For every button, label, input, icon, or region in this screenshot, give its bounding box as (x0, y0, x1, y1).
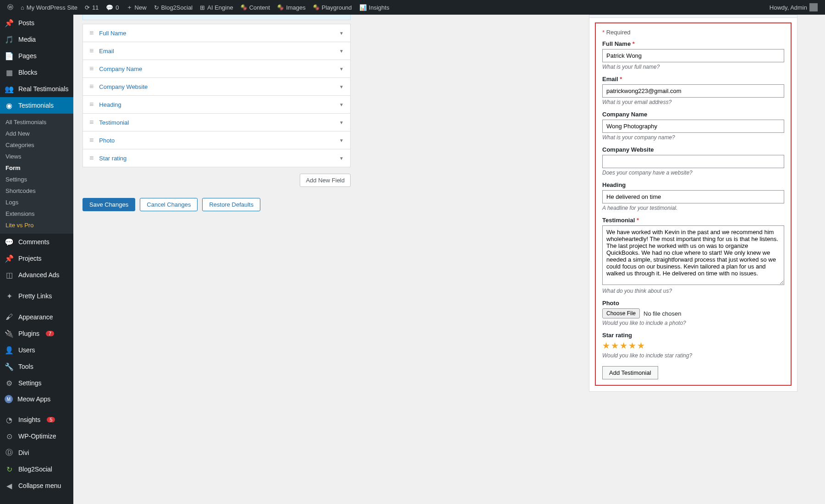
company-website-input[interactable] (602, 155, 784, 168)
menu-appearance[interactable]: 🖌Appearance (0, 309, 73, 325)
dashboard-icon: ◉ (5, 101, 14, 110)
heading-input[interactable] (602, 190, 784, 203)
drag-handle-icon[interactable]: ≡ (89, 118, 94, 126)
content-toolbar[interactable]: Content (237, 0, 274, 15)
heading-label: Heading (602, 181, 784, 188)
menu-advanced-ads[interactable]: ◫Advanced Ads (0, 267, 73, 283)
star-rating-hint: Would you like to include star rating? (602, 352, 784, 359)
submenu-lite-vs-pro[interactable]: Lite vs Pro (0, 219, 73, 231)
drag-handle-icon[interactable]: ≡ (89, 47, 94, 55)
company-website-label: Company Website (602, 146, 784, 153)
menu-pretty-links[interactable]: ✦Pretty Links (0, 288, 73, 304)
save-changes-button[interactable]: Save Changes (82, 198, 135, 211)
choose-file-button[interactable]: Choose File (602, 308, 640, 318)
field-row[interactable]: ≡Email▼ (82, 42, 351, 60)
form-preview: * Required Full Name * What is your full… (595, 22, 792, 386)
field-row[interactable]: ≡Company Website▼ (82, 77, 351, 96)
cancel-changes-button[interactable]: Cancel Changes (140, 198, 198, 211)
chevron-down-icon[interactable]: ▼ (339, 49, 344, 54)
drag-handle-icon[interactable]: ≡ (89, 136, 94, 144)
chevron-down-icon[interactable]: ▼ (339, 120, 344, 125)
submenu-add-new[interactable]: Add New (0, 128, 73, 139)
chevron-down-icon[interactable]: ▼ (339, 156, 344, 161)
field-row[interactable]: ≡Testimonial▼ (82, 113, 351, 131)
ai-engine-toolbar[interactable]: ⊞AI Engine (196, 0, 236, 15)
menu-insights[interactable]: ◔Insights5 (0, 411, 73, 428)
menu-posts[interactable]: 📌Posts (0, 15, 73, 31)
company-name-hint: What is your company name? (602, 134, 784, 141)
drag-handle-icon[interactable]: ≡ (89, 100, 94, 109)
menu-projects[interactable]: 📌Projects (0, 250, 73, 267)
field-label: Company Website (99, 83, 148, 90)
insights-badge: 5 (47, 417, 55, 422)
star-rating-input[interactable]: ★★★★★ (602, 340, 784, 351)
field-label: Email (99, 48, 114, 55)
playground-toolbar[interactable]: Playground (309, 0, 356, 15)
add-new-field-button[interactable]: Add New Field (300, 174, 351, 187)
images-toolbar[interactable]: Images (274, 0, 309, 15)
menu-plugins[interactable]: 🔌Plugins7 (0, 325, 73, 342)
menu-testimonials[interactable]: ◉Testimonials (0, 97, 73, 114)
grid-icon: ⊞ (200, 4, 205, 11)
comments-link[interactable]: 💬0 (102, 0, 122, 15)
add-testimonial-button[interactable]: Add Testimonial (602, 366, 658, 379)
wp-logo[interactable]: ⓦ (4, 0, 17, 15)
drag-handle-icon[interactable]: ≡ (89, 82, 94, 91)
divi-icon: Ⓓ (5, 448, 14, 457)
menu-meow-apps[interactable]: MMeow Apps (0, 391, 73, 407)
pin-icon: 📌 (5, 254, 14, 263)
menu-pages[interactable]: 📄Pages (0, 48, 73, 64)
drag-handle-icon[interactable]: ≡ (89, 29, 94, 37)
company-name-input[interactable] (602, 120, 784, 133)
chart-icon: 📊 (359, 4, 367, 11)
drag-handle-icon[interactable]: ≡ (89, 65, 94, 73)
menu-tools[interactable]: 🔧Tools (0, 358, 73, 375)
field-row[interactable]: ≡Full Name▼ (82, 24, 351, 42)
menu-wp-optimize[interactable]: ⊙WP-Optimize (0, 428, 73, 444)
updates-link[interactable]: ⟳11 (81, 0, 102, 15)
submenu-extensions[interactable]: Extensions (0, 208, 73, 219)
menu-media[interactable]: 🎵Media (0, 31, 73, 48)
company-website-hint: Does your company have a website? (602, 170, 784, 176)
submenu-settings[interactable]: Settings (0, 174, 73, 185)
field-row[interactable]: ≡Star rating▼ (82, 149, 351, 167)
submenu-form[interactable]: Form (0, 162, 73, 174)
menu-settings[interactable]: ⚙Settings (0, 375, 73, 391)
field-label: Company Name (99, 66, 142, 72)
menu-users[interactable]: 👤Users (0, 342, 73, 358)
menu-comments[interactable]: 💬Comments (0, 234, 73, 250)
submenu-logs[interactable]: Logs (0, 197, 73, 208)
chevron-down-icon[interactable]: ▼ (339, 66, 344, 71)
chevron-down-icon[interactable]: ▼ (339, 138, 344, 143)
howdy-user[interactable]: Howdy, Admin (766, 3, 821, 11)
share-icon: ↻ (154, 4, 159, 11)
site-name-link[interactable]: ⌂My WordPress Site (17, 0, 81, 15)
menu-divi[interactable]: ⒹDivi (0, 444, 73, 461)
menu-blog2social-side[interactable]: ↻Blog2Social (0, 461, 73, 477)
menu-blocks[interactable]: ▦Blocks (0, 64, 73, 81)
new-content-link[interactable]: ＋New (123, 0, 150, 15)
chevron-down-icon[interactable]: ▼ (339, 102, 344, 107)
full-name-input[interactable] (602, 49, 784, 62)
collapse-menu[interactable]: ◀Collapse menu (0, 477, 73, 494)
home-icon: ⌂ (21, 4, 24, 11)
blog2social-toolbar[interactable]: ↻Blog2Social (150, 0, 197, 15)
submenu-all-testimonials[interactable]: All Testimonials (0, 116, 73, 128)
submenu-shortcodes[interactable]: Shortcodes (0, 185, 73, 197)
field-row[interactable]: ≡Heading▼ (82, 95, 351, 114)
refresh-icon: ⟳ (85, 4, 90, 11)
field-row[interactable]: ≡Photo▼ (82, 131, 351, 149)
sparkle-icon (313, 4, 319, 11)
menu-real-testimonials[interactable]: 👥Real Testimonials (0, 81, 73, 97)
chevron-down-icon[interactable]: ▼ (339, 31, 344, 36)
submenu-views[interactable]: Views (0, 151, 73, 162)
field-row[interactable]: ≡Company Name▼ (82, 60, 351, 78)
submenu-categories[interactable]: Categories (0, 139, 73, 151)
full-name-label: Full Name * (602, 40, 784, 47)
chevron-down-icon[interactable]: ▼ (339, 84, 344, 89)
restore-defaults-button[interactable]: Restore Defaults (202, 198, 260, 211)
drag-handle-icon[interactable]: ≡ (89, 154, 94, 162)
insights-toolbar[interactable]: 📊Insights (356, 0, 393, 15)
email-input[interactable] (602, 84, 784, 98)
testimonial-textarea[interactable] (602, 225, 784, 285)
